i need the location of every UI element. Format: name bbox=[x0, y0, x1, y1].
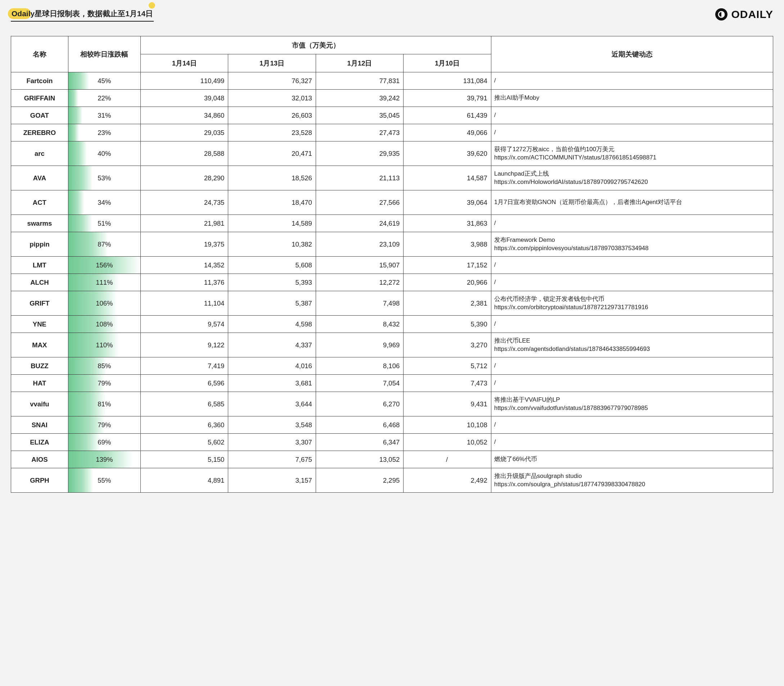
name-cell: AIOS bbox=[11, 451, 69, 468]
pct-cell: 79% bbox=[68, 375, 140, 392]
mc-cell: 2,295 bbox=[316, 468, 403, 493]
data-table: 名称 相较昨日涨跌幅 市值（万美元） 近期关键动态 1月14日 1月13日 1月… bbox=[11, 36, 773, 493]
col-pct: 相较昨日涨跌幅 bbox=[68, 36, 140, 72]
name-cell: ZEREBRO bbox=[11, 124, 69, 141]
mc-cell: 21,113 bbox=[316, 166, 403, 190]
mc-cell: 131,084 bbox=[403, 72, 491, 90]
pct-label: 81% bbox=[69, 400, 140, 408]
name-cell: swarms bbox=[11, 215, 69, 232]
pct-label: 85% bbox=[69, 362, 140, 370]
news-cell: 公布代币经济学，锁定开发者钱包中代币https://x.com/orbitcry… bbox=[491, 291, 773, 316]
news-cell: 1月7日宣布资助GNON（近期币价最高点），后者推出Agent对话平台 bbox=[491, 190, 773, 215]
mc-cell: 9,969 bbox=[316, 333, 403, 358]
news-cell: / bbox=[491, 124, 773, 141]
mc-cell: 14,589 bbox=[228, 215, 316, 232]
mc-cell: 35,045 bbox=[316, 107, 403, 124]
mc-cell: 5,608 bbox=[228, 256, 316, 274]
news-cell: / bbox=[491, 215, 773, 232]
mc-cell: 4,891 bbox=[140, 468, 228, 493]
mc-cell: 11,104 bbox=[140, 291, 228, 316]
mc-cell: 12,272 bbox=[316, 274, 403, 291]
name-cell: arc bbox=[11, 141, 69, 166]
table-row: BUZZ85%7,4194,0168,1065,712/ bbox=[11, 358, 773, 375]
mc-cell: 61,439 bbox=[403, 107, 491, 124]
mc-cell: 20,966 bbox=[403, 274, 491, 291]
table-row: MAX110%9,1224,3379,9693,270推出代币LEEhttps:… bbox=[11, 333, 773, 358]
table-row: AIOS139%5,1507,67513,052/燃烧了66%代币 bbox=[11, 451, 773, 468]
name-cell: MAX bbox=[11, 333, 69, 358]
pct-cell: 87% bbox=[68, 232, 140, 256]
name-cell: BUZZ bbox=[11, 358, 69, 375]
pct-label: 31% bbox=[69, 111, 140, 119]
name-cell: LMT bbox=[11, 256, 69, 274]
mc-cell: 34,860 bbox=[140, 107, 228, 124]
table-row: AVA53%28,29018,52621,11314,587Launchpad正… bbox=[11, 166, 773, 190]
col-news: 近期关键动态 bbox=[491, 36, 773, 72]
news-cell: / bbox=[491, 434, 773, 451]
mc-cell: 6,468 bbox=[316, 416, 403, 434]
col-date-1: 1月13日 bbox=[228, 54, 316, 72]
mc-cell: 76,327 bbox=[228, 72, 316, 90]
mc-cell: 5,602 bbox=[140, 434, 228, 451]
mc-cell: 39,242 bbox=[316, 90, 403, 107]
name-cell: vvaifu bbox=[11, 392, 69, 416]
mc-cell: 49,066 bbox=[403, 124, 491, 141]
mc-cell: 17,152 bbox=[403, 256, 491, 274]
mc-cell: 3,157 bbox=[228, 468, 316, 493]
mc-cell: 28,588 bbox=[140, 141, 228, 166]
pct-label: 53% bbox=[69, 174, 140, 182]
pct-label: 108% bbox=[69, 320, 140, 328]
news-cell: 获得了1272万枚aicc，当前价值约100万美元https://x.com/A… bbox=[491, 141, 773, 166]
pct-cell: 108% bbox=[68, 316, 140, 333]
mc-cell: 14,352 bbox=[140, 256, 228, 274]
mc-cell: 5,387 bbox=[228, 291, 316, 316]
table-row: swarms51%21,98114,58924,61931,863/ bbox=[11, 215, 773, 232]
name-cell: ALCH bbox=[11, 274, 69, 291]
mc-cell: / bbox=[403, 451, 491, 468]
mc-cell: 10,382 bbox=[228, 232, 316, 256]
mc-cell: 39,064 bbox=[403, 190, 491, 215]
mc-cell: 8,432 bbox=[316, 316, 403, 333]
name-cell: GOAT bbox=[11, 107, 69, 124]
col-mcgroup: 市值（万美元） bbox=[140, 36, 491, 54]
pct-cell: 55% bbox=[68, 468, 140, 493]
mc-cell: 32,013 bbox=[228, 90, 316, 107]
pct-cell: 106% bbox=[68, 291, 140, 316]
news-cell: 发布Framework Demohttps://x.com/pippinlove… bbox=[491, 232, 773, 256]
table-row: GOAT31%34,86026,60335,04561,439/ bbox=[11, 107, 773, 124]
mc-cell: 18,470 bbox=[228, 190, 316, 215]
mc-cell: 3,644 bbox=[228, 392, 316, 416]
table-row: ZEREBRO23%29,03523,52827,47349,066/ bbox=[11, 124, 773, 141]
mc-cell: 39,048 bbox=[140, 90, 228, 107]
pct-cell: 110% bbox=[68, 333, 140, 358]
pct-cell: 156% bbox=[68, 256, 140, 274]
mc-cell: 3,681 bbox=[228, 375, 316, 392]
pct-label: 51% bbox=[69, 220, 140, 227]
news-cell: / bbox=[491, 256, 773, 274]
mc-cell: 29,035 bbox=[140, 124, 228, 141]
pct-cell: 45% bbox=[68, 72, 140, 90]
mc-cell: 6,270 bbox=[316, 392, 403, 416]
mc-cell: 2,492 bbox=[403, 468, 491, 493]
name-cell: AVA bbox=[11, 166, 69, 190]
pct-label: 45% bbox=[69, 77, 140, 85]
mc-cell: 39,791 bbox=[403, 90, 491, 107]
mc-cell: 3,988 bbox=[403, 232, 491, 256]
pct-cell: 79% bbox=[68, 416, 140, 434]
news-cell: 推出升级版产品soulgraph studiohttps://x.com/sou… bbox=[491, 468, 773, 493]
name-cell: GRIFT bbox=[11, 291, 69, 316]
news-cell: 将推出基于VVAIFU的LPhttps://x.com/vvaifudotfun… bbox=[491, 392, 773, 416]
mc-cell: 9,431 bbox=[403, 392, 491, 416]
mc-cell: 3,270 bbox=[403, 333, 491, 358]
mc-cell: 6,585 bbox=[140, 392, 228, 416]
mc-cell: 5,712 bbox=[403, 358, 491, 375]
table-row: arc40%28,58820,47129,93539,620获得了1272万枚a… bbox=[11, 141, 773, 166]
mc-cell: 110,499 bbox=[140, 72, 228, 90]
pct-cell: 53% bbox=[68, 166, 140, 190]
table-row: GRIFFAIN22%39,04832,01339,24239,791推出AI助… bbox=[11, 90, 773, 107]
pct-label: 34% bbox=[69, 199, 140, 207]
mc-cell: 26,603 bbox=[228, 107, 316, 124]
mc-cell: 11,376 bbox=[140, 274, 228, 291]
col-date-3: 1月10日 bbox=[403, 54, 491, 72]
table-row: YNE108%9,5744,5988,4325,390/ bbox=[11, 316, 773, 333]
